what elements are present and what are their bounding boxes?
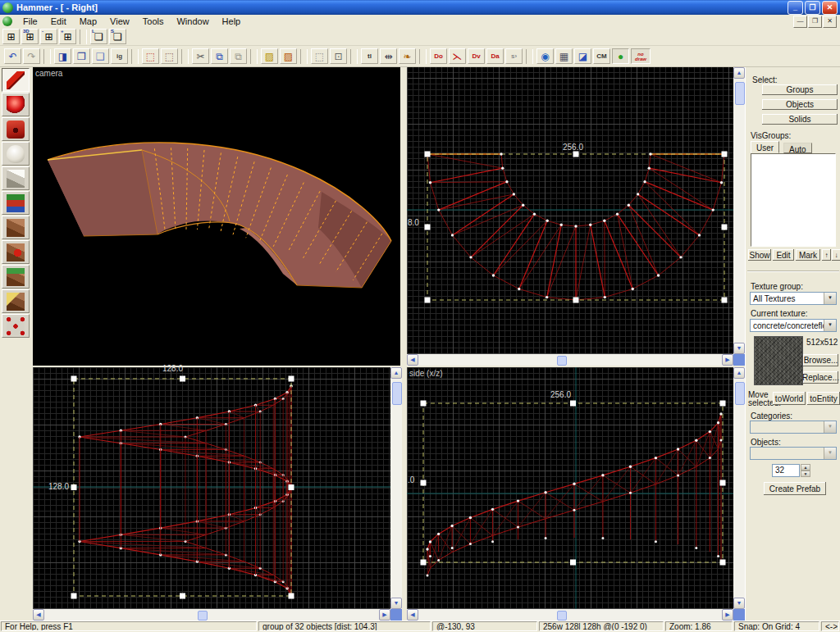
scroll-down-icon[interactable]: ▼ bbox=[733, 598, 745, 609]
flip-objects-icon[interactable]: ⇹ bbox=[380, 48, 397, 64]
blue-cube-icon[interactable]: ◪ bbox=[574, 48, 591, 64]
chevron-down-icon[interactable]: ▼ bbox=[824, 293, 836, 304]
scroll-left-icon[interactable]: ◀ bbox=[33, 609, 44, 621]
visgroup-up-button[interactable]: ↑ bbox=[822, 249, 831, 261]
carve-stripes-icon[interactable]: ▨ bbox=[261, 48, 278, 64]
menu-view[interactable]: View bbox=[103, 16, 136, 27]
scroll-right-icon[interactable]: ▶ bbox=[379, 609, 390, 621]
viewport-2d-top[interactable]: 256.0 8.0 ▲▼◀▶ bbox=[407, 67, 745, 366]
cordon-do-icon[interactable]: Do bbox=[430, 48, 447, 64]
menu-window[interactable]: Window bbox=[170, 16, 215, 27]
ungroup-icon[interactable]: ❑ bbox=[92, 48, 109, 64]
run-dv-icon[interactable]: Dv bbox=[468, 48, 485, 64]
mdi-minimize-button[interactable]: — bbox=[793, 16, 807, 28]
viewport-2d-side[interactable]: side (x/z) 256.0 .0 ▲▼◀▶ bbox=[407, 367, 745, 621]
ignore-groups-icon[interactable]: ig bbox=[111, 48, 128, 64]
scroll-up-icon[interactable]: ▲ bbox=[390, 367, 402, 379]
visgroup-down-button[interactable]: ↓ bbox=[832, 249, 840, 261]
split-tool-icon[interactable]: s› bbox=[505, 48, 523, 64]
scroll-down-icon[interactable]: ▼ bbox=[390, 598, 402, 609]
visgroup-edit-button[interactable]: Edit bbox=[773, 249, 794, 261]
vertical-scroll-thumb[interactable] bbox=[735, 382, 745, 405]
smaller-grid-icon[interactable]: ⊞- bbox=[40, 29, 57, 44]
cm-toggle-icon[interactable]: CM bbox=[593, 48, 610, 64]
scroll-right-icon[interactable]: ▶ bbox=[722, 609, 733, 621]
prefab-scale-input[interactable]: 32 bbox=[772, 464, 800, 477]
block-tool[interactable] bbox=[2, 166, 30, 190]
status-resize[interactable]: <-> bbox=[821, 621, 839, 631]
no-draw-toggle-icon[interactable]: no draw bbox=[631, 48, 651, 64]
cordon-edit-icon[interactable]: ⋋ bbox=[449, 48, 466, 64]
apply-decals-tool[interactable] bbox=[2, 240, 30, 264]
hide-unselected-icon[interactable]: ⬚ bbox=[161, 48, 178, 64]
group-icon[interactable]: ❐ bbox=[73, 48, 90, 64]
menu-help[interactable]: Help bbox=[216, 16, 248, 27]
scroll-left-icon[interactable]: ◀ bbox=[407, 354, 418, 366]
camera-tool[interactable] bbox=[2, 117, 30, 141]
menu-tools[interactable]: Tools bbox=[136, 16, 171, 27]
to-entity-button[interactable]: toEntity bbox=[807, 392, 840, 405]
to-world-button[interactable]: toWorld bbox=[773, 392, 806, 405]
horizontal-scrollbar[interactable] bbox=[407, 354, 733, 366]
scroll-up-icon[interactable]: ▲ bbox=[733, 367, 745, 379]
horizontal-scrollbar[interactable] bbox=[33, 609, 390, 621]
visgroups-list[interactable] bbox=[751, 153, 836, 247]
chevron-down-icon[interactable]: ▼ bbox=[824, 320, 836, 331]
magnify-tool[interactable] bbox=[2, 93, 30, 116]
select-objects-button[interactable]: Objects bbox=[762, 99, 838, 110]
texture-group-combo[interactable]: All Textures ▼ bbox=[750, 292, 837, 305]
current-texture-combo[interactable]: concrete/concretefloor1 ▼ bbox=[750, 319, 837, 332]
vertical-scroll-thumb[interactable] bbox=[735, 82, 745, 105]
texture-lock-icon[interactable]: tl bbox=[361, 48, 378, 64]
faces-tool-icon[interactable]: ❧ bbox=[399, 48, 416, 64]
cut-icon[interactable]: ✂ bbox=[192, 48, 209, 64]
close-button[interactable]: ✕ bbox=[822, 1, 838, 15]
world-sphere-icon[interactable]: ◉ bbox=[536, 48, 554, 64]
create-prefab-button[interactable]: Create Prefab bbox=[764, 482, 826, 495]
vertical-scrollbar[interactable] bbox=[733, 67, 745, 354]
undo-icon[interactable]: ↶ bbox=[4, 48, 21, 64]
toggle-3d-grid-icon[interactable]: ⊞3D bbox=[21, 29, 39, 44]
vertical-scroll-thumb[interactable] bbox=[392, 382, 402, 405]
load-window-state-icon[interactable]: ❏L bbox=[90, 29, 107, 44]
select-groups-button[interactable]: Groups bbox=[762, 84, 838, 95]
larger-grid-icon[interactable]: ⊞+ bbox=[59, 29, 76, 44]
carve-icon[interactable]: ◨ bbox=[54, 48, 71, 64]
redo-icon[interactable]: ↷ bbox=[23, 48, 40, 64]
scroll-right-icon[interactable]: ▶ bbox=[722, 354, 733, 366]
copy-icon[interactable]: ⧉ bbox=[211, 48, 228, 64]
tab-user[interactable]: User bbox=[751, 141, 779, 153]
horizontal-scrollbar[interactable] bbox=[407, 609, 733, 621]
vertex-manipulation-tool[interactable] bbox=[2, 289, 30, 313]
scroll-left-icon[interactable]: ◀ bbox=[407, 609, 418, 621]
mdi-close-button[interactable]: ✕ bbox=[823, 16, 837, 28]
paste-icon[interactable]: ⧉ bbox=[230, 48, 247, 64]
scroll-up-icon[interactable]: ▲ bbox=[733, 67, 745, 79]
replace-button[interactable]: Replace... bbox=[803, 371, 838, 384]
restore-button[interactable]: ❐ bbox=[805, 1, 820, 15]
apply-current-texture-tool[interactable] bbox=[2, 216, 30, 239]
save-window-state-icon[interactable]: ❏S bbox=[109, 29, 126, 44]
make-hollow-icon[interactable]: ▨ bbox=[280, 48, 297, 64]
mdi-restore-button[interactable]: ❐ bbox=[808, 16, 822, 28]
opengl-toggle-icon[interactable]: ● bbox=[612, 48, 629, 64]
clipping-tool[interactable] bbox=[2, 265, 30, 289]
hide-selected-icon[interactable]: ⬚ bbox=[142, 48, 159, 64]
spin-down-button[interactable]: ▼ bbox=[801, 471, 810, 477]
entity-tool[interactable] bbox=[2, 142, 30, 166]
toggle-grid-icon[interactable]: ⊞ bbox=[2, 29, 20, 44]
selection-tool[interactable] bbox=[2, 68, 30, 92]
scroll-down-icon[interactable]: ▼ bbox=[733, 343, 745, 354]
run-da-icon[interactable]: Da bbox=[486, 48, 504, 64]
horizontal-scroll-thumb[interactable] bbox=[557, 356, 567, 366]
select-solids-button[interactable]: Solids bbox=[762, 114, 838, 125]
spin-up-button[interactable]: ▲ bbox=[801, 464, 810, 471]
horizontal-scroll-thumb[interactable] bbox=[557, 611, 567, 621]
vertical-splitter-top[interactable] bbox=[400, 67, 407, 366]
viewport-3d-camera[interactable]: camera bbox=[33, 67, 400, 366]
visgroup-show-button[interactable]: Show bbox=[748, 249, 771, 261]
menu-file[interactable]: File bbox=[16, 16, 44, 27]
magnify-selection-icon[interactable]: ⊡ bbox=[330, 48, 347, 64]
selection-box-icon[interactable]: ⬚ bbox=[311, 48, 328, 64]
objects-combo[interactable]: ▼ bbox=[750, 447, 837, 460]
